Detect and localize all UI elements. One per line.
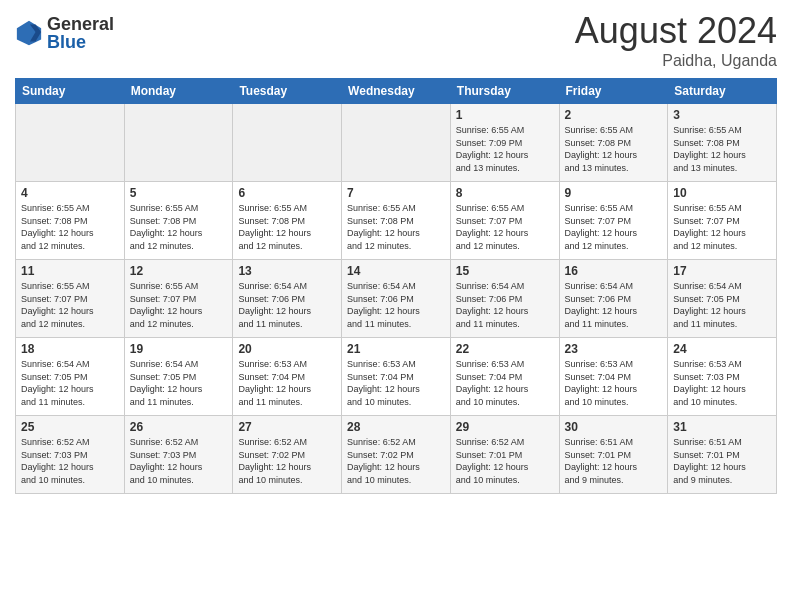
calendar-cell-w4-d5: 22Sunrise: 6:53 AM Sunset: 7:04 PM Dayli… <box>450 338 559 416</box>
day-number: 8 <box>456 186 554 200</box>
day-number: 4 <box>21 186 119 200</box>
cell-sun-info: Sunrise: 6:54 AM Sunset: 7:06 PM Dayligh… <box>456 280 554 330</box>
calendar-cell-w1-d7: 3Sunrise: 6:55 AM Sunset: 7:08 PM Daylig… <box>668 104 777 182</box>
calendar-cell-w1-d1 <box>16 104 125 182</box>
calendar-cell-w4-d7: 24Sunrise: 6:53 AM Sunset: 7:03 PM Dayli… <box>668 338 777 416</box>
day-number: 7 <box>347 186 445 200</box>
day-number: 15 <box>456 264 554 278</box>
calendar-cell-w4-d2: 19Sunrise: 6:54 AM Sunset: 7:05 PM Dayli… <box>124 338 233 416</box>
calendar-cell-w2-d6: 9Sunrise: 6:55 AM Sunset: 7:07 PM Daylig… <box>559 182 668 260</box>
day-number: 17 <box>673 264 771 278</box>
logo-general-text: General <box>47 15 114 33</box>
day-number: 25 <box>21 420 119 434</box>
location-subtitle: Paidha, Uganda <box>575 52 777 70</box>
day-number: 29 <box>456 420 554 434</box>
calendar-cell-w2-d3: 6Sunrise: 6:55 AM Sunset: 7:08 PM Daylig… <box>233 182 342 260</box>
calendar-week-3: 11Sunrise: 6:55 AM Sunset: 7:07 PM Dayli… <box>16 260 777 338</box>
calendar-cell-w3-d5: 15Sunrise: 6:54 AM Sunset: 7:06 PM Dayli… <box>450 260 559 338</box>
header-monday: Monday <box>124 79 233 104</box>
calendar-cell-w1-d3 <box>233 104 342 182</box>
day-number: 1 <box>456 108 554 122</box>
cell-sun-info: Sunrise: 6:52 AM Sunset: 7:03 PM Dayligh… <box>21 436 119 486</box>
calendar-cell-w4-d4: 21Sunrise: 6:53 AM Sunset: 7:04 PM Dayli… <box>342 338 451 416</box>
day-number: 18 <box>21 342 119 356</box>
header: General Blue August 2024 Paidha, Uganda <box>15 10 777 70</box>
cell-sun-info: Sunrise: 6:55 AM Sunset: 7:08 PM Dayligh… <box>565 124 663 174</box>
calendar-week-2: 4Sunrise: 6:55 AM Sunset: 7:08 PM Daylig… <box>16 182 777 260</box>
header-tuesday: Tuesday <box>233 79 342 104</box>
day-number: 20 <box>238 342 336 356</box>
calendar-cell-w5-d3: 27Sunrise: 6:52 AM Sunset: 7:02 PM Dayli… <box>233 416 342 494</box>
calendar-cell-w1-d6: 2Sunrise: 6:55 AM Sunset: 7:08 PM Daylig… <box>559 104 668 182</box>
month-year-title: August 2024 <box>575 10 777 52</box>
cell-sun-info: Sunrise: 6:55 AM Sunset: 7:08 PM Dayligh… <box>238 202 336 252</box>
calendar-cell-w3-d2: 12Sunrise: 6:55 AM Sunset: 7:07 PM Dayli… <box>124 260 233 338</box>
day-number: 19 <box>130 342 228 356</box>
cell-sun-info: Sunrise: 6:53 AM Sunset: 7:04 PM Dayligh… <box>456 358 554 408</box>
cell-sun-info: Sunrise: 6:52 AM Sunset: 7:02 PM Dayligh… <box>238 436 336 486</box>
main-container: General Blue August 2024 Paidha, Uganda … <box>0 0 792 504</box>
calendar-week-1: 1Sunrise: 6:55 AM Sunset: 7:09 PM Daylig… <box>16 104 777 182</box>
day-number: 11 <box>21 264 119 278</box>
day-number: 9 <box>565 186 663 200</box>
day-number: 26 <box>130 420 228 434</box>
header-saturday: Saturday <box>668 79 777 104</box>
calendar-cell-w3-d1: 11Sunrise: 6:55 AM Sunset: 7:07 PM Dayli… <box>16 260 125 338</box>
cell-sun-info: Sunrise: 6:53 AM Sunset: 7:04 PM Dayligh… <box>238 358 336 408</box>
calendar-cell-w2-d1: 4Sunrise: 6:55 AM Sunset: 7:08 PM Daylig… <box>16 182 125 260</box>
title-block: August 2024 Paidha, Uganda <box>575 10 777 70</box>
calendar-cell-w3-d7: 17Sunrise: 6:54 AM Sunset: 7:05 PM Dayli… <box>668 260 777 338</box>
calendar-cell-w5-d6: 30Sunrise: 6:51 AM Sunset: 7:01 PM Dayli… <box>559 416 668 494</box>
calendar-cell-w5-d4: 28Sunrise: 6:52 AM Sunset: 7:02 PM Dayli… <box>342 416 451 494</box>
day-number: 3 <box>673 108 771 122</box>
cell-sun-info: Sunrise: 6:55 AM Sunset: 7:07 PM Dayligh… <box>21 280 119 330</box>
calendar-cell-w1-d4 <box>342 104 451 182</box>
day-number: 2 <box>565 108 663 122</box>
calendar-cell-w3-d3: 13Sunrise: 6:54 AM Sunset: 7:06 PM Dayli… <box>233 260 342 338</box>
calendar-cell-w1-d5: 1Sunrise: 6:55 AM Sunset: 7:09 PM Daylig… <box>450 104 559 182</box>
header-thursday: Thursday <box>450 79 559 104</box>
cell-sun-info: Sunrise: 6:52 AM Sunset: 7:02 PM Dayligh… <box>347 436 445 486</box>
calendar-cell-w1-d2 <box>124 104 233 182</box>
calendar-cell-w4-d3: 20Sunrise: 6:53 AM Sunset: 7:04 PM Dayli… <box>233 338 342 416</box>
logo-icon <box>15 19 43 47</box>
day-number: 10 <box>673 186 771 200</box>
cell-sun-info: Sunrise: 6:53 AM Sunset: 7:04 PM Dayligh… <box>565 358 663 408</box>
cell-sun-info: Sunrise: 6:55 AM Sunset: 7:07 PM Dayligh… <box>456 202 554 252</box>
calendar-cell-w5-d7: 31Sunrise: 6:51 AM Sunset: 7:01 PM Dayli… <box>668 416 777 494</box>
cell-sun-info: Sunrise: 6:54 AM Sunset: 7:05 PM Dayligh… <box>130 358 228 408</box>
calendar-cell-w2-d4: 7Sunrise: 6:55 AM Sunset: 7:08 PM Daylig… <box>342 182 451 260</box>
day-number: 5 <box>130 186 228 200</box>
cell-sun-info: Sunrise: 6:54 AM Sunset: 7:06 PM Dayligh… <box>565 280 663 330</box>
cell-sun-info: Sunrise: 6:55 AM Sunset: 7:08 PM Dayligh… <box>130 202 228 252</box>
calendar-cell-w5-d5: 29Sunrise: 6:52 AM Sunset: 7:01 PM Dayli… <box>450 416 559 494</box>
calendar-cell-w4-d1: 18Sunrise: 6:54 AM Sunset: 7:05 PM Dayli… <box>16 338 125 416</box>
day-number: 16 <box>565 264 663 278</box>
calendar-cell-w2-d5: 8Sunrise: 6:55 AM Sunset: 7:07 PM Daylig… <box>450 182 559 260</box>
day-number: 27 <box>238 420 336 434</box>
cell-sun-info: Sunrise: 6:54 AM Sunset: 7:05 PM Dayligh… <box>21 358 119 408</box>
cell-sun-info: Sunrise: 6:55 AM Sunset: 7:08 PM Dayligh… <box>347 202 445 252</box>
cell-sun-info: Sunrise: 6:55 AM Sunset: 7:08 PM Dayligh… <box>673 124 771 174</box>
cell-sun-info: Sunrise: 6:52 AM Sunset: 7:03 PM Dayligh… <box>130 436 228 486</box>
calendar-header-row: Sunday Monday Tuesday Wednesday Thursday… <box>16 79 777 104</box>
day-number: 31 <box>673 420 771 434</box>
day-number: 28 <box>347 420 445 434</box>
cell-sun-info: Sunrise: 6:55 AM Sunset: 7:08 PM Dayligh… <box>21 202 119 252</box>
calendar-table: Sunday Monday Tuesday Wednesday Thursday… <box>15 78 777 494</box>
calendar-cell-w5-d2: 26Sunrise: 6:52 AM Sunset: 7:03 PM Dayli… <box>124 416 233 494</box>
cell-sun-info: Sunrise: 6:55 AM Sunset: 7:07 PM Dayligh… <box>565 202 663 252</box>
day-number: 22 <box>456 342 554 356</box>
calendar-week-4: 18Sunrise: 6:54 AM Sunset: 7:05 PM Dayli… <box>16 338 777 416</box>
day-number: 12 <box>130 264 228 278</box>
calendar-cell-w4-d6: 23Sunrise: 6:53 AM Sunset: 7:04 PM Dayli… <box>559 338 668 416</box>
day-number: 6 <box>238 186 336 200</box>
day-number: 30 <box>565 420 663 434</box>
header-sunday: Sunday <box>16 79 125 104</box>
day-number: 21 <box>347 342 445 356</box>
cell-sun-info: Sunrise: 6:51 AM Sunset: 7:01 PM Dayligh… <box>673 436 771 486</box>
cell-sun-info: Sunrise: 6:55 AM Sunset: 7:09 PM Dayligh… <box>456 124 554 174</box>
calendar-week-5: 25Sunrise: 6:52 AM Sunset: 7:03 PM Dayli… <box>16 416 777 494</box>
calendar-cell-w3-d4: 14Sunrise: 6:54 AM Sunset: 7:06 PM Dayli… <box>342 260 451 338</box>
cell-sun-info: Sunrise: 6:55 AM Sunset: 7:07 PM Dayligh… <box>130 280 228 330</box>
